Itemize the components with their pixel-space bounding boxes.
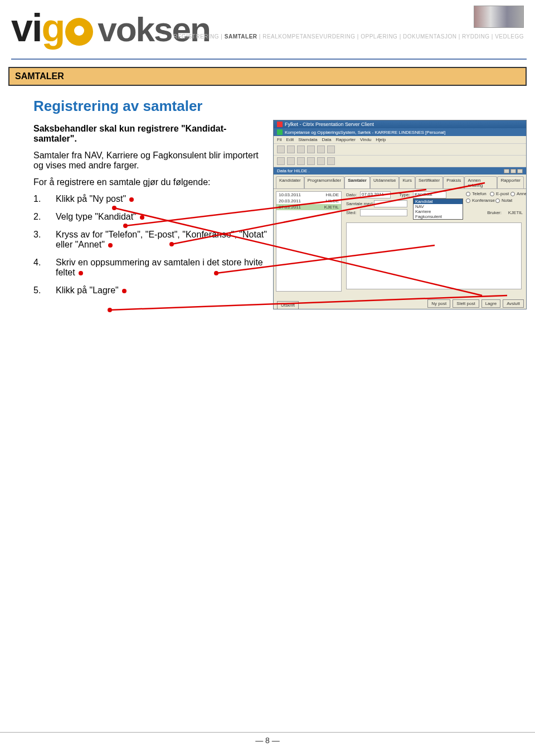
step-text: Klikk på "Lagre" <box>56 285 127 295</box>
bottom-buttons: Ny postSlett postLagreAvslutt <box>427 299 524 308</box>
list-row[interactable]: 07.03.2011KJETIL <box>276 204 341 210</box>
menu-item[interactable]: Data <box>322 137 332 142</box>
toolbar-button[interactable] <box>287 157 295 165</box>
logo-o-icon <box>65 18 93 46</box>
toolbar-2[interactable] <box>274 156 526 167</box>
lagre-button[interactable]: Lagre <box>481 299 500 308</box>
breadcrumb-item: REGISTRERING <box>173 33 219 40</box>
check-telefon[interactable]: Telefon <box>466 191 487 196</box>
data-header-label: Data for HILDE . <box>277 168 310 173</box>
tab-sertifikater[interactable]: Sertifikater <box>415 176 443 189</box>
toolbar-button[interactable] <box>287 146 295 153</box>
menu-item[interactable]: Stamdata <box>298 137 317 142</box>
notes-textarea[interactable] <box>346 222 522 289</box>
window-titlebar: Fylket - Citrix Presentation Server Clie… <box>274 120 526 128</box>
dato-field[interactable]: 07.03.2011 <box>360 191 391 198</box>
toolbar-button[interactable] <box>307 146 315 153</box>
step-text: Klikk på "Ny post" <box>56 194 134 204</box>
toolbar-button[interactable] <box>297 157 305 165</box>
toolbar-button[interactable] <box>297 146 305 153</box>
dropdown-option[interactable]: Fagkonsulent <box>414 214 463 219</box>
list-row[interactable]: 10.03.2011HILDE <box>276 192 341 198</box>
menu-item[interactable]: Edit <box>286 137 294 142</box>
step-item: 1.Klikk på "Ny post" <box>33 194 268 204</box>
intro-paragraph-3: For å registrere en samtale gjør du følg… <box>33 177 268 187</box>
avslutt-button[interactable]: Avslutt <box>503 299 524 308</box>
header-right: REGISTRERING | SAMTALER | REALKOMPETANSE… <box>173 6 524 40</box>
check-notat[interactable]: Notat <box>495 198 512 203</box>
page-number: — 8 — <box>0 732 535 745</box>
toolbar-button[interactable] <box>317 157 325 165</box>
tab-rapporter[interactable]: Rapporter <box>497 176 524 189</box>
step-item: 4.Skriv en oppsummering av samtalen i de… <box>33 258 268 278</box>
check-annet[interactable]: Annet <box>510 191 527 196</box>
tab-programområder[interactable]: Programområder <box>304 176 344 189</box>
samtale-list[interactable]: 10.03.2011HILDE20.03.2011HILDE07.03.2011… <box>276 191 342 292</box>
steps-list: 1.Klikk på "Ny post"2.Velg type "Kandida… <box>33 194 268 295</box>
step-number: 3. <box>33 230 43 250</box>
menu-item[interactable]: Fil <box>277 137 281 142</box>
step-item: 3.Kryss av for "Telefon", "E-post", "Kon… <box>33 230 268 250</box>
dropdown-option[interactable]: NAV <box>414 204 463 209</box>
step-number: 5. <box>33 285 43 295</box>
toolbar-button[interactable] <box>277 157 285 165</box>
tab-annen erfaring[interactable]: Annen erfaring <box>464 176 497 189</box>
ny-post-button[interactable]: Ny post <box>427 299 450 308</box>
step-text: Skriv en oppsummering av samtalen i det … <box>56 258 268 278</box>
type-label: Type: <box>399 192 410 197</box>
utskrift-button[interactable]: Utskrift <box>277 301 299 309</box>
dropdown-option[interactable]: Kandidat <box>414 199 463 204</box>
type-dropdown[interactable]: KandidatNAVKarriereFagkonsulent <box>413 198 463 220</box>
menu-item[interactable]: Rapporter <box>335 137 356 142</box>
breadcrumb-item: SAMTALER <box>225 33 257 40</box>
tab-praksis[interactable]: Praksis <box>443 176 464 189</box>
step-text: Kryss av for "Telefon", "E-post", "Konfe… <box>56 230 268 250</box>
step-item: 2.Velg type "Kandidat" <box>33 212 268 222</box>
step-number: 2. <box>33 212 43 222</box>
menu-item[interactable]: Hjelp <box>376 137 386 142</box>
slett-post-button[interactable]: Slett post <box>453 299 479 308</box>
close-icon[interactable] <box>517 169 523 173</box>
app-screenshot: Fylket - Citrix Presentation Server Clie… <box>273 120 527 309</box>
tab-kurs[interactable]: Kurs <box>399 176 415 189</box>
step-number: 1. <box>33 194 43 204</box>
logo-g: g <box>41 6 64 50</box>
step-item: 5.Klikk på "Lagre" <box>33 285 268 295</box>
maximize-icon[interactable] <box>510 169 516 173</box>
check-konferanse[interactable]: Konferanse <box>466 198 495 203</box>
citrix-icon <box>277 122 283 127</box>
toolbar-button[interactable] <box>327 146 335 153</box>
app-icon <box>277 129 283 135</box>
samtale-med-field[interactable] <box>374 200 407 207</box>
dropdown-option[interactable]: Karriere <box>414 209 463 214</box>
toolbar-button[interactable] <box>307 157 315 165</box>
minimize-icon[interactable] <box>504 169 509 173</box>
intro-paragraph-2: Samtaler fra NAV, Karriere og Fagkonsule… <box>33 151 268 171</box>
page-title: Registrering av samtaler <box>33 98 524 115</box>
svg-point-8 <box>108 308 112 312</box>
samtale-med-label: Samtale med: <box>346 201 373 206</box>
menubar[interactable]: FilEditStamdataDataRapporterVinduHjelp <box>274 136 526 144</box>
app-subtitle: Kompetanse og OpplæringsSystem, Sørtek -… <box>285 130 445 135</box>
intro-bold: Saksbehandler skal kun registrere "Kandi… <box>33 124 226 143</box>
menu-item[interactable]: Vindu <box>360 137 371 142</box>
toolbar-button[interactable] <box>327 157 335 165</box>
check-epost[interactable]: E-post <box>490 191 509 196</box>
callout-dot-icon <box>129 197 134 202</box>
toolbar-1[interactable] <box>274 144 526 156</box>
tab-strip[interactable]: KandidaterProgramområderSamtalerUtdannel… <box>274 175 526 188</box>
tab-samtaler[interactable]: Samtaler <box>344 176 370 189</box>
breadcrumb-item: OPPLÆRING <box>361 33 397 40</box>
bottom-left-buttons: Utskrift <box>277 303 299 308</box>
tab-kandidater[interactable]: Kandidater <box>276 176 304 189</box>
sted-field[interactable] <box>360 209 407 216</box>
toolbar-button[interactable] <box>317 146 325 153</box>
list-row[interactable]: 20.03.2011HILDE <box>276 198 341 204</box>
bruker-label: Bruker: <box>487 210 502 215</box>
callout-dot-icon <box>79 271 83 275</box>
callout-dot-icon <box>108 243 113 248</box>
type-field[interactable]: Kandidat <box>413 191 446 198</box>
tab-utdannelse[interactable]: Utdannelse <box>370 176 399 189</box>
window-controls[interactable] <box>504 169 523 173</box>
toolbar-button[interactable] <box>277 146 285 153</box>
